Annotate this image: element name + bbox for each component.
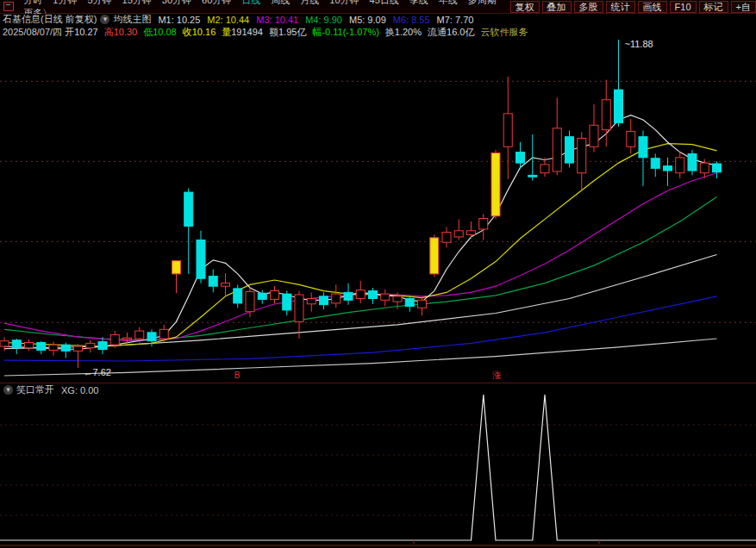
quote-field-换: 换1.20% [385,27,422,37]
quote-field-收: 收10.16 [183,27,216,37]
window-grid-icon[interactable] [3,2,14,11]
period-tab-15分钟[interactable]: 15分钟 [117,0,157,5]
main-candlestick-chart[interactable]: ←7.62~11.88B涨 [0,40,756,383]
period-tab-周线[interactable]: 周线 [266,0,295,5]
stock-title: 石基信息(日线 前复权) [3,13,97,26]
quote-field-流通: 流通16.0亿 [428,27,474,37]
quote-field-额: 额1.95亿 [269,27,306,37]
period-tab-10分钟[interactable]: 10分钟 [324,0,364,5]
period-tab-分时[interactable]: 分时 [18,0,47,5]
quote-field-sector: 云软件服务 [480,27,528,37]
ma-value-M5: M5: 9.09 [349,15,386,25]
toolbar-button-画线[interactable]: 画线 [638,1,667,13]
candlestick-svg[interactable]: ←7.62~11.88B涨 [0,40,756,383]
quote-field-高: 高10.30 [104,27,138,37]
period-tab-多周期[interactable]: 多周期 [463,0,502,5]
ma-value-M4: M4: 9.90 [305,15,342,25]
toolbar-button-多股[interactable]: 多股 [574,1,603,13]
ma-value-M1: M1: 10.25 [158,15,200,25]
quote-field-量: 量191494 [222,27,263,37]
panel-divider[interactable] [0,383,756,383]
quote-field-幅: 幅-0.11(-1.07%) [312,27,378,37]
period-tab-年线[interactable]: 年线 [434,0,463,5]
toolbar-button-叠加[interactable]: 叠加 [542,1,572,13]
quote-bar: 2025/08/07/四 开10.27高10.30低10.08收10.16量19… [0,25,756,39]
toolbar-buttons: 复权叠加多股统计画线F10标记+自 [508,1,756,13]
period-tab-60分钟[interactable]: 60分钟 [197,0,236,5]
ma-value-M6: M6: 8.55 [393,15,430,25]
ma-value-M2: M2: 10.44 [207,15,249,25]
period-tab-5分钟[interactable]: 5分钟 [82,0,116,5]
toolbar-button-+自[interactable]: +自 [731,1,756,13]
ma-legend: M1: 10.25M2: 10.44M3: 10.41M4: 9.90M5: 9… [151,15,473,25]
toolbar-button-复权[interactable]: 复权 [510,1,540,13]
period-tab-月线[interactable]: 月线 [295,0,324,5]
low-callout: ←7.62 [84,367,111,377]
event-marker-涨: 涨 [492,371,501,380]
event-marker-B: B [234,371,241,380]
quote-field-开: 开10.27 [65,27,98,37]
main-indicator-name[interactable]: 均线主图 [113,13,151,26]
toolbar-button-统计[interactable]: 统计 [606,1,635,13]
period-tab-30分钟[interactable]: 30分钟 [157,0,197,5]
quote-date: 2025/08/07/四 [3,26,62,39]
period-tab-季线[interactable]: 季线 [404,0,434,5]
trading-app-window: { "menu_bar": { "periods": ["分时","1分钟","… [0,0,756,548]
quote-fields: 开10.27高10.30低10.08收10.16量191494额1.95亿幅-0… [62,26,528,39]
signal-indicator-panel[interactable] [0,388,756,545]
toolbar-button-F10[interactable]: F10 [670,1,697,13]
high-callout: ~11.88 [625,40,653,49]
window-bottom-border [0,545,756,546]
menu-bar: 分时1分钟5分钟15分钟30分钟60分钟日线周线月线10分钟45日线季线年线多周… [0,0,756,14]
signal-svg[interactable] [0,388,756,545]
toolbar-button-标记[interactable]: 标记 [699,1,728,13]
period-tab-45日线[interactable]: 45日线 [365,0,404,5]
ma-value-M7: M7: 7.70 [437,15,474,25]
ma-value-M3: M3: 10.41 [256,15,298,25]
quote-field-低: 低10.08 [143,27,177,37]
info-bar: 石基信息(日线 前复权) ▾ 均线主图 M1: 10.25M2: 10.44M3… [0,14,756,25]
chevron-circle-icon[interactable]: ▾ [100,15,109,24]
period-tab-1分钟[interactable]: 1分钟 [47,0,82,5]
period-tab-日线[interactable]: 日线 [236,0,266,5]
